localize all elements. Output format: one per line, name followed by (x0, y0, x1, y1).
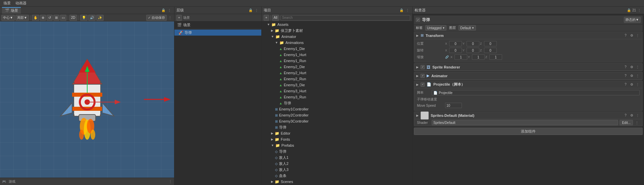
project-item-enemy1ctrl[interactable]: ⊞ Enemy1Controller (262, 106, 412, 112)
scene-bottom-dots[interactable]: ⋮ (169, 180, 172, 183)
project-item-missile-ctrl[interactable]: ⊞ 导弹 (262, 124, 412, 130)
pos-y-field[interactable] (467, 41, 479, 46)
project-item-enemy2hurt[interactable]: ▲ Enemy2_Hurt (262, 70, 412, 76)
hierarchy-scene-row[interactable]: 🎬 场景 (174, 21, 261, 29)
shader-dropdown[interactable]: Sprites/Default (432, 120, 618, 125)
project-all-btn[interactable]: All (272, 15, 279, 21)
static-dropdown[interactable]: 静态的▼ (624, 17, 641, 23)
project-item-baoweilbo[interactable]: ▶ 📁 保卫萝卜素材 (262, 28, 412, 34)
sprite-renderer-header[interactable]: ▶ ✓ 🖼 Sprite Renderer ? ⚙ ⋮ (414, 63, 642, 71)
scale-z-field[interactable] (489, 54, 502, 60)
scene-panel-dots[interactable]: ⋮ (167, 8, 172, 13)
project-item-enemy3ctrl[interactable]: ⊞ Enemy3Controller (262, 118, 412, 124)
game-tab-label[interactable]: 游戏 (9, 179, 15, 184)
project-item-enemy1hurt[interactable]: ▲ Enemy1_Hurt (262, 52, 412, 58)
projectile-question[interactable]: ? (623, 82, 628, 87)
material-settings-icon[interactable]: ⚙ (629, 113, 634, 118)
project-item-fonts[interactable]: ▶ 📁 Fonts (262, 136, 412, 142)
toolbar-autosave[interactable]: ✓ 自动保存 (146, 15, 167, 21)
toolbar-rect-tool[interactable]: ▭ (60, 15, 66, 21)
toolbar-light-btn[interactable]: 💡 (80, 15, 88, 21)
projectile-header[interactable]: ▶ ✓ 📄 Projectile（脚本） ? ⚙ ⋮ (414, 81, 642, 88)
animator-checkbox[interactable]: ✓ (421, 74, 425, 78)
projectile-menu[interactable]: ⋮ (635, 82, 640, 87)
toolbar-move-tool[interactable]: ⊕ (40, 15, 46, 21)
project-item-enemy3hurt[interactable]: ▲ Enemy3_Hurt (262, 88, 412, 94)
add-component-button[interactable]: 添加组件 (414, 128, 643, 135)
project-item-animator[interactable]: ▼ 📁 Animator (262, 34, 412, 40)
animator-header[interactable]: ▶ ✓ ▶ Animator ? ⚙ ⋮ (414, 72, 642, 80)
toolbar-audio-btn[interactable]: 🔊 (88, 15, 96, 21)
project-dots[interactable]: ⋮ (405, 8, 410, 13)
material-menu[interactable]: ⋮ (635, 113, 640, 118)
rot-z-field[interactable] (484, 48, 497, 53)
project-search-input[interactable] (280, 15, 410, 20)
inspector-dots[interactable]: ⋮ (637, 8, 642, 13)
projectile-settings-icon[interactable]: ⚙ (629, 82, 634, 87)
animator-menu[interactable]: ⋮ (635, 73, 640, 79)
toolbar-rotate-tool[interactable]: ↺ (47, 15, 53, 21)
pos-z-field[interactable] (484, 41, 497, 46)
sprite-renderer-checkbox[interactable]: ✓ (421, 65, 425, 69)
scene-toolbar-dots[interactable]: ⋮ (167, 15, 173, 20)
inspector-lock-icon[interactable]: 🔒 (626, 8, 632, 13)
script-ref-field[interactable]: 📄 Projectile (432, 90, 640, 95)
project-item-enemy2ctrl[interactable]: ⊞ Enemy2Controller (262, 112, 412, 118)
project-item-enemy1run[interactable]: ▲ Enemy1_Run (262, 58, 412, 64)
component-transform-header[interactable]: ▶ ⊞ Transform ? ⚙ ⋮ (414, 32, 642, 39)
project-item-prefab-missile[interactable]: ◇ 导弹 (262, 148, 412, 154)
project-item-enemy3run[interactable]: ▲ Enemy3_Run (262, 94, 412, 100)
project-item-healthbar[interactable]: ◇ 血条 (262, 173, 412, 179)
menu-scene[interactable]: 场景 (1, 0, 13, 7)
tab-scene[interactable]: 🎬 场景 (2, 7, 21, 14)
project-item-enemy3die[interactable]: ▲ Enemy3_Die (262, 82, 412, 88)
layer-dropdown[interactable]: Default ▼ (459, 25, 476, 31)
sprite-renderer-menu[interactable]: ⋮ (635, 64, 640, 70)
project-add-btn[interactable]: + (264, 15, 269, 21)
sprite-renderer-question[interactable]: ? (623, 64, 628, 70)
project-item-enemy3[interactable]: ◇ 敌人3 (262, 167, 412, 173)
project-item-missile-anim[interactable]: ▲ 导弹 (262, 100, 412, 106)
material-question[interactable]: ? (623, 113, 628, 118)
project-lock[interactable]: 🔒 (399, 8, 404, 13)
project-item-editor[interactable]: ▶ 📁 Editor (262, 130, 412, 136)
scale-y-field[interactable] (472, 54, 485, 60)
transform-question[interactable]: ? (623, 33, 628, 38)
tag-dropdown[interactable]: Untagged ▼ (425, 25, 446, 31)
project-item-animations[interactable]: ▼ 📁 Animations (262, 40, 412, 46)
material-header[interactable]: ▶ Sprites-Default (Material) ? ⚙ ⋮ (414, 112, 642, 119)
toolbar-scale-tool[interactable]: ⊞ (53, 15, 59, 21)
toolbar-2d-btn[interactable]: 2D (69, 15, 77, 21)
project-item-enemy1die[interactable]: ▲ Enemy1_Die (262, 46, 412, 52)
obj-active-checkbox[interactable]: ✓ (416, 18, 420, 22)
project-item-enemy2[interactable]: ◇ 敌人2 (262, 160, 412, 167)
transform-settings-icon[interactable]: ⚙ (629, 33, 634, 38)
hierarchy-add-btn[interactable]: + (176, 15, 182, 21)
rot-y-field[interactable] (467, 48, 479, 53)
scale-x-field[interactable] (454, 54, 467, 60)
hierarchy-dots[interactable]: ⋮ (254, 8, 259, 13)
projectile-checkbox[interactable]: ✓ (421, 83, 425, 87)
toolbar-center-dropdown[interactable]: 中心▼ (1, 15, 15, 21)
toolbar-hand-tool[interactable]: ✋ (32, 15, 39, 21)
menu-animator[interactable]: 动画器 (13, 0, 29, 7)
project-item-scenes[interactable]: ▶ 📁 Scenes (262, 179, 412, 185)
hierarchy-item-missile[interactable]: 🚀 导弹 (174, 30, 261, 36)
project-item-assets[interactable]: ▼ 📁 Assets (262, 21, 412, 28)
rot-x-field[interactable] (449, 48, 462, 53)
shader-menu[interactable]: ⋮ (634, 120, 640, 125)
sprite-renderer-settings-icon[interactable]: ⚙ (629, 64, 634, 70)
toolbar-effect-btn[interactable]: ✨ (96, 15, 104, 21)
animator-question[interactable]: ? (623, 73, 628, 79)
project-item-prefabs[interactable]: ▼ 📁 Prefabs (262, 142, 412, 148)
transform-menu[interactable]: ⋮ (635, 33, 640, 38)
shader-edit-btn[interactable]: Edit... (620, 120, 633, 125)
project-item-enemy2die[interactable]: ▲ Enemy2_Die (262, 64, 412, 70)
project-item-enemy2run[interactable]: ▲ Enemy2_Run (262, 76, 412, 82)
animator-settings-icon[interactable]: ⚙ (629, 73, 634, 79)
scene-viewport[interactable] (0, 21, 174, 178)
project-item-enemy1[interactable]: ◇ 敌人1 (262, 154, 412, 160)
toolbar-pivot-dropdown[interactable]: 局部▼ (15, 15, 29, 21)
scene-panel-lock[interactable]: 🔒 (161, 8, 166, 13)
hierarchy-lock[interactable]: 🔒 (248, 8, 253, 13)
